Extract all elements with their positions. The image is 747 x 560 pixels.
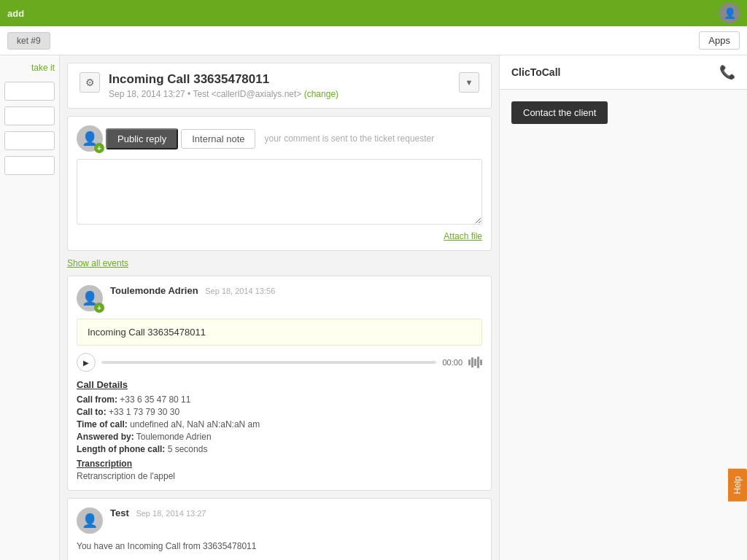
add-label: add — [7, 8, 24, 19]
ticket-tab[interactable]: ket #9 — [7, 32, 50, 50]
length-value: 5 seconds — [168, 444, 208, 454]
time-display: 00:00 — [442, 358, 462, 367]
attach-file-link[interactable]: Attach file — [444, 231, 482, 241]
internal-note-tab[interactable]: Internal note — [181, 129, 255, 149]
event-avatar-wrap-1: 👤 + — [77, 285, 103, 311]
sidebar-input-3[interactable] — [4, 131, 55, 150]
right-panel-header: ClicToCall 📞 — [500, 55, 747, 90]
reply-textarea[interactable] — [77, 159, 482, 225]
length-row: Length of phone call: 5 seconds — [77, 444, 482, 454]
call-from-label: Call from: — [77, 394, 117, 405]
avatar-icon: 👤 — [724, 7, 736, 19]
ticket-title-area: Incoming Call 33635478011 Sep 18, 2014 1… — [109, 72, 450, 99]
call-to-value: +33 1 73 79 30 30 — [109, 407, 179, 417]
contact-client-button[interactable]: Contact the client — [511, 101, 608, 124]
play-button[interactable]: ▶ — [77, 353, 96, 372]
reply-avatar-wrap: 👤 + — [77, 125, 103, 152]
event-meta-2: Test Sep 18, 2014 13:27 — [110, 508, 206, 518]
event-header-1: 👤 + Toulemonde Adrien Sep 18, 2014 13:56 — [77, 285, 482, 311]
event-avatar-badge-1: + — [94, 303, 104, 313]
event-avatar-2: 👤 — [77, 508, 103, 534]
progress-bar — [101, 361, 436, 364]
sub-header: ket #9 Apps — [0, 26, 747, 55]
waveform-bar-5 — [480, 359, 482, 365]
reply-tabs: 👤 + Public reply Internal note your comm… — [77, 125, 482, 152]
length-label: Length of phone call: — [77, 444, 165, 454]
gear-button[interactable]: ⚙ — [80, 72, 100, 93]
ticket-header-card: ⚙ Incoming Call 33635478011 Sep 18, 2014… — [67, 63, 492, 109]
waveform — [468, 357, 482, 368]
event2-preview: You have an Incoming Call from 336354780… — [77, 541, 482, 551]
phone-icon: 📞 — [719, 64, 735, 80]
help-button[interactable]: Help — [728, 469, 747, 502]
call-details-title: Call Details — [77, 379, 482, 390]
transcription-text: Retranscription de l'appel — [77, 471, 482, 481]
top-bar: add 👤 — [0, 0, 747, 26]
ticket-test: Test <callerID@axialys.net> — [193, 89, 301, 99]
ticket-separator: • — [187, 89, 190, 99]
call-from-value: +33 6 35 47 80 11 — [120, 394, 190, 405]
call-to-label: Call to: — [77, 407, 107, 417]
event-card-2: 👤 Test Sep 18, 2014 13:27 You have an In… — [67, 498, 492, 560]
apps-button[interactable]: Apps — [699, 31, 740, 50]
public-reply-tab[interactable]: Public reply — [106, 128, 178, 149]
time-of-call-label: Time of call: — [77, 419, 128, 429]
event-time-1: Sep 18, 2014 13:56 — [205, 287, 275, 295]
reply-hint: your comment is sent to the ticket reque… — [264, 133, 434, 144]
time-of-call-row: Time of call: undefined aN, NaN aN:aN:aN… — [77, 419, 482, 429]
show-events-link[interactable]: Show all events — [67, 258, 128, 268]
right-panel-title: ClicToCall — [511, 66, 560, 78]
event-author-2: Test — [110, 508, 129, 518]
sidebar-input-2[interactable] — [4, 106, 55, 125]
answered-by-label: Answered by: — [77, 432, 134, 442]
event-meta-1: Toulemonde Adrien Sep 18, 2014 13:56 — [110, 285, 275, 296]
answered-by-value: Toulemonde Adrien — [136, 432, 212, 442]
event-header-2: 👤 Test Sep 18, 2014 13:27 — [77, 508, 482, 534]
call-to-row: Call to: +33 1 73 79 30 30 — [77, 407, 482, 417]
waveform-bar-2 — [471, 357, 473, 368]
event-author-1: Toulemonde Adrien — [110, 285, 198, 296]
event-time-2: Sep 18, 2014 13:27 — [136, 509, 206, 518]
main-layout: take it ⚙ Incoming Call 33635478011 Sep … — [0, 55, 747, 560]
avatar: 👤 — [719, 3, 740, 23]
ticket-title: Incoming Call 33635478011 — [109, 72, 450, 87]
waveform-bar-4 — [477, 357, 479, 368]
call-from-row: Call from: +33 6 35 47 80 11 — [77, 394, 482, 405]
sidebar-input-1[interactable] — [4, 82, 55, 101]
ticket-date: Sep 18, 2014 13:27 — [109, 89, 185, 99]
ticket-meta: Sep 18, 2014 13:27 • Test <callerID@axia… — [109, 89, 450, 99]
dropdown-button[interactable]: ▼ — [459, 72, 479, 93]
left-sidebar: take it — [0, 55, 60, 560]
transcription-title: Transcription — [77, 459, 482, 469]
reply-card: 👤 + Public reply Internal note your comm… — [67, 116, 492, 251]
center-content: ⚙ Incoming Call 33635478011 Sep 18, 2014… — [60, 55, 499, 560]
take-it-action[interactable]: take it — [4, 63, 55, 73]
waveform-bar-1 — [468, 359, 471, 365]
waveform-bar-3 — [474, 359, 476, 366]
time-of-call-value: undefined aN, NaN aN:aN:aN am — [130, 419, 260, 429]
answered-by-row: Answered by: Toulemonde Adrien — [77, 432, 482, 442]
reply-avatar-badge: + — [94, 143, 104, 153]
show-events[interactable]: Show all events — [67, 258, 492, 268]
incoming-call-text: Incoming Call 33635478011 — [88, 327, 206, 338]
audio-player: ▶ 00:00 — [77, 353, 482, 372]
incoming-call-box: Incoming Call 33635478011 — [77, 319, 482, 346]
ticket-change-link[interactable]: (change) — [304, 89, 338, 99]
right-panel-body: Contact the client — [500, 90, 747, 136]
event-avatar-wrap-2: 👤 — [77, 508, 103, 534]
sidebar-input-4[interactable] — [4, 156, 55, 175]
event-card-1: 👤 + Toulemonde Adrien Sep 18, 2014 13:56… — [67, 276, 492, 491]
right-panel: ClicToCall 📞 Contact the client — [499, 55, 747, 560]
attach-file-area: Attach file — [77, 230, 482, 241]
